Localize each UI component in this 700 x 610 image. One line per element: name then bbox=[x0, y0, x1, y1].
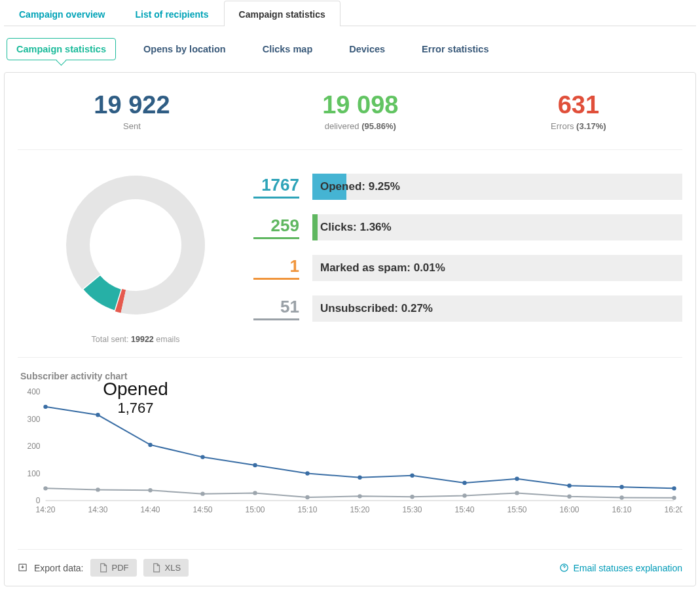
svg-point-31 bbox=[672, 486, 676, 490]
activity-chart-title: Subscriber activity chart bbox=[18, 358, 682, 385]
svg-point-33 bbox=[96, 487, 100, 491]
export-xls-button[interactable]: XLS bbox=[143, 559, 189, 577]
export-icon bbox=[18, 562, 28, 574]
svg-point-42 bbox=[567, 495, 571, 499]
metric-spam: 1 Marked as spam: 0.01% bbox=[253, 255, 682, 281]
donut-chart: Opened 1,767 Total sent: 19922 emails bbox=[18, 170, 253, 344]
export-pdf-button[interactable]: PDF bbox=[90, 559, 137, 577]
svg-point-35 bbox=[200, 491, 204, 495]
metric-spam-count: 1 bbox=[253, 256, 299, 280]
svg-point-34 bbox=[148, 488, 152, 492]
export-label: Export data: bbox=[34, 563, 84, 573]
stat-sent-label: Sent bbox=[94, 121, 170, 131]
svg-point-38 bbox=[358, 494, 361, 498]
svg-point-24 bbox=[305, 471, 309, 475]
metric-clicks: 259 Clicks: 1.36% bbox=[253, 214, 682, 240]
svg-text:400: 400 bbox=[27, 387, 40, 396]
metric-clicks-count: 259 bbox=[253, 216, 299, 239]
svg-text:14:50: 14:50 bbox=[193, 505, 212, 514]
metric-spam-bar: Marked as spam: 0.01% bbox=[312, 255, 682, 281]
stat-delivered-label: delivered (95.86%) bbox=[322, 121, 398, 131]
stat-errors-value: 631 bbox=[551, 92, 606, 117]
stat-sent: 19 922 Sent bbox=[94, 92, 170, 131]
svg-text:16:10: 16:10 bbox=[612, 505, 631, 514]
svg-point-44 bbox=[672, 496, 676, 500]
activity-chart: 010020030040014:2014:3014:4014:5015:0015… bbox=[18, 385, 682, 516]
metric-unsub-bar: Unsubscribed: 0.27% bbox=[312, 295, 682, 322]
svg-text:15:20: 15:20 bbox=[350, 505, 369, 514]
sub-tabs: Campaign statistics Opens by location Cl… bbox=[4, 26, 696, 72]
svg-point-19 bbox=[43, 405, 47, 409]
metric-unsub-count: 51 bbox=[253, 297, 299, 320]
svg-point-30 bbox=[619, 485, 623, 489]
svg-text:14:40: 14:40 bbox=[140, 505, 160, 514]
svg-point-40 bbox=[462, 493, 466, 497]
stat-errors-label: Errors (3.17%) bbox=[551, 121, 606, 131]
subtab-campaign-statistics[interactable]: Campaign statistics bbox=[7, 38, 116, 60]
donut-total-line: Total sent: 19922 emails bbox=[92, 335, 180, 344]
stat-delivered: 19 098 delivered (95.86%) bbox=[322, 92, 398, 131]
svg-point-20 bbox=[96, 413, 100, 417]
svg-point-43 bbox=[619, 495, 623, 499]
svg-text:14:30: 14:30 bbox=[88, 505, 107, 514]
svg-text:15:40: 15:40 bbox=[454, 505, 474, 514]
svg-text:300: 300 bbox=[27, 415, 40, 424]
subtab-clicks-map[interactable]: Clicks map bbox=[253, 39, 322, 60]
metric-unsubscribed: 51 Unsubscribed: 0.27% bbox=[253, 295, 682, 322]
svg-text:0: 0 bbox=[36, 496, 41, 505]
breakdown-section: Opened 1,767 Total sent: 19922 emails 17… bbox=[18, 150, 682, 358]
panel-footer: Export data: PDF XLS Email statuses expl… bbox=[18, 549, 682, 577]
svg-point-29 bbox=[567, 484, 571, 487]
stat-delivered-value: 19 098 bbox=[322, 92, 398, 117]
stat-sent-value: 19 922 bbox=[94, 92, 170, 117]
metric-opened-bar: Opened: 9.25% bbox=[312, 174, 682, 200]
svg-point-26 bbox=[410, 474, 414, 478]
svg-point-25 bbox=[358, 476, 361, 480]
svg-point-22 bbox=[200, 455, 204, 459]
svg-point-32 bbox=[43, 486, 47, 490]
svg-text:15:50: 15:50 bbox=[507, 505, 526, 514]
svg-text:16:20: 16:20 bbox=[664, 505, 682, 514]
subtab-opens-by-location[interactable]: Opens by location bbox=[134, 39, 235, 60]
tab-campaign-statistics[interactable]: Campaign statistics bbox=[224, 1, 341, 26]
top-tabs: Campaign overview List of recipients Cam… bbox=[4, 0, 696, 26]
svg-point-23 bbox=[253, 463, 257, 467]
svg-point-41 bbox=[515, 491, 519, 495]
metrics-list: 1767 Opened: 9.25% 259 Clicks: 1.36% 1 M… bbox=[253, 170, 682, 344]
svg-text:15:00: 15:00 bbox=[245, 505, 265, 514]
email-statuses-explanation-link[interactable]: Email statuses explanation bbox=[559, 563, 682, 573]
tab-list-of-recipients[interactable]: List of recipients bbox=[120, 1, 224, 26]
metric-opened-count: 1767 bbox=[253, 175, 299, 199]
svg-text:200: 200 bbox=[27, 442, 40, 451]
svg-text:15:10: 15:10 bbox=[297, 505, 317, 514]
svg-text:16:00: 16:00 bbox=[559, 505, 579, 514]
svg-point-21 bbox=[148, 443, 152, 447]
stat-errors: 631 Errors (3.17%) bbox=[551, 92, 606, 131]
svg-point-39 bbox=[410, 495, 414, 499]
headline-stats: 19 922 Sent 19 098 delivered (95.86%) 63… bbox=[18, 92, 682, 150]
svg-point-28 bbox=[515, 477, 519, 481]
svg-point-27 bbox=[462, 481, 466, 485]
subtab-error-statistics[interactable]: Error statistics bbox=[413, 39, 498, 60]
metric-opened: 1767 Opened: 9.25% bbox=[253, 174, 682, 200]
metric-clicks-bar: Clicks: 1.36% bbox=[312, 214, 682, 240]
tab-campaign-overview[interactable]: Campaign overview bbox=[4, 1, 120, 26]
svg-point-36 bbox=[253, 491, 257, 495]
subtab-devices[interactable]: Devices bbox=[340, 39, 394, 60]
donut-svg bbox=[60, 170, 211, 320]
svg-text:14:20: 14:20 bbox=[35, 505, 55, 514]
stats-panel: 19 922 Sent 19 098 delivered (95.86%) 63… bbox=[4, 72, 696, 586]
svg-text:15:30: 15:30 bbox=[402, 505, 422, 514]
svg-text:100: 100 bbox=[27, 469, 40, 478]
svg-point-37 bbox=[305, 495, 309, 499]
